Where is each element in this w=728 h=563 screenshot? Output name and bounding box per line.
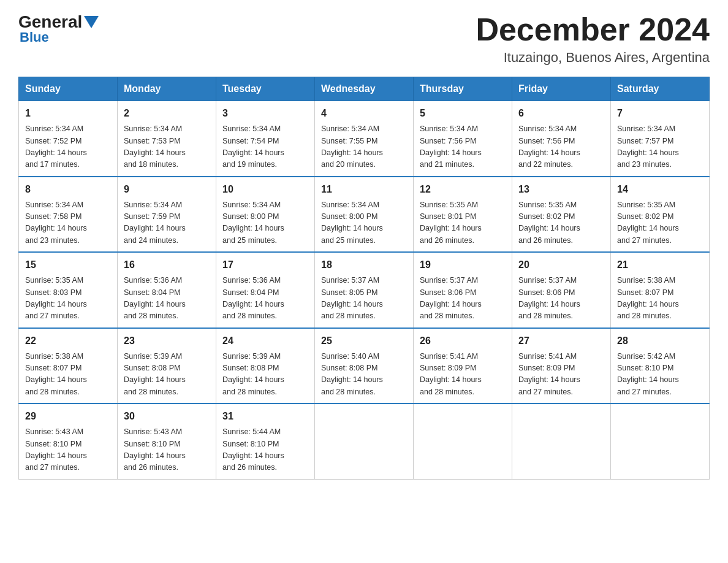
day-info: Sunrise: 5:38 AMSunset: 8:07 PMDaylight:… (617, 275, 703, 323)
day-number: 2 (124, 106, 210, 121)
day-number: 25 (321, 334, 407, 348)
day-number: 24 (222, 334, 308, 348)
day-number: 5 (420, 106, 506, 121)
day-number: 14 (617, 182, 703, 197)
title-area: December 2024 Ituzaingo, Buenos Aires, A… (476, 12, 710, 66)
day-number: 8 (25, 182, 111, 197)
header-sunday: Sunday (19, 77, 118, 101)
table-row: 5Sunrise: 5:34 AMSunset: 7:56 PMDaylight… (414, 101, 512, 177)
day-info: Sunrise: 5:37 AMSunset: 8:06 PMDaylight:… (518, 275, 604, 323)
day-number: 17 (222, 258, 308, 272)
header-tuesday: Tuesday (216, 77, 315, 101)
table-row: 24Sunrise: 5:39 AMSunset: 8:08 PMDayligh… (216, 328, 315, 404)
day-info: Sunrise: 5:35 AMSunset: 8:02 PMDaylight:… (518, 199, 604, 247)
calendar-week-row: 22Sunrise: 5:38 AMSunset: 8:07 PMDayligh… (19, 328, 710, 404)
day-number: 10 (222, 182, 308, 197)
day-info: Sunrise: 5:36 AMSunset: 8:04 PMDaylight:… (222, 275, 308, 323)
header-saturday: Saturday (611, 77, 710, 101)
day-number: 9 (124, 182, 210, 197)
day-number: 16 (124, 258, 210, 272)
day-number: 12 (420, 182, 506, 197)
logo-triangle-icon (84, 16, 99, 28)
table-row (512, 404, 611, 479)
header-monday: Monday (118, 77, 216, 101)
table-row: 18Sunrise: 5:37 AMSunset: 8:05 PMDayligh… (315, 252, 414, 328)
header-thursday: Thursday (414, 77, 512, 101)
table-row: 25Sunrise: 5:40 AMSunset: 8:08 PMDayligh… (315, 328, 414, 404)
day-info: Sunrise: 5:43 AMSunset: 8:10 PMDaylight:… (124, 426, 210, 474)
day-info: Sunrise: 5:35 AMSunset: 8:02 PMDaylight:… (617, 199, 703, 247)
day-number: 6 (518, 106, 604, 121)
table-row: 10Sunrise: 5:34 AMSunset: 8:00 PMDayligh… (216, 177, 315, 253)
day-info: Sunrise: 5:40 AMSunset: 8:08 PMDaylight:… (321, 351, 407, 399)
day-number: 13 (518, 182, 604, 197)
calendar-table: Sunday Monday Tuesday Wednesday Thursday… (18, 77, 710, 480)
table-row (414, 404, 512, 479)
day-number: 26 (420, 334, 506, 348)
table-row: 19Sunrise: 5:37 AMSunset: 8:06 PMDayligh… (414, 252, 512, 328)
calendar-week-row: 1Sunrise: 5:34 AMSunset: 7:52 PMDaylight… (19, 101, 710, 177)
table-row: 13Sunrise: 5:35 AMSunset: 8:02 PMDayligh… (512, 177, 611, 253)
table-row: 16Sunrise: 5:36 AMSunset: 8:04 PMDayligh… (118, 252, 216, 328)
table-row: 29Sunrise: 5:43 AMSunset: 8:10 PMDayligh… (19, 404, 118, 479)
day-info: Sunrise: 5:41 AMSunset: 8:09 PMDaylight:… (420, 351, 506, 399)
table-row: 9Sunrise: 5:34 AMSunset: 7:59 PMDaylight… (118, 177, 216, 253)
table-row: 21Sunrise: 5:38 AMSunset: 8:07 PMDayligh… (611, 252, 710, 328)
day-number: 7 (617, 106, 703, 121)
day-number: 19 (420, 258, 506, 272)
table-row: 28Sunrise: 5:42 AMSunset: 8:10 PMDayligh… (611, 328, 710, 404)
day-number: 23 (124, 334, 210, 348)
day-info: Sunrise: 5:39 AMSunset: 8:08 PMDaylight:… (124, 351, 210, 399)
calendar-week-row: 29Sunrise: 5:43 AMSunset: 8:10 PMDayligh… (19, 404, 710, 479)
day-info: Sunrise: 5:34 AMSunset: 8:00 PMDaylight:… (222, 199, 308, 247)
day-number: 29 (25, 409, 111, 424)
day-info: Sunrise: 5:43 AMSunset: 8:10 PMDaylight:… (25, 426, 111, 474)
day-info: Sunrise: 5:34 AMSunset: 7:58 PMDaylight:… (25, 199, 111, 247)
page-header: General Blue December 2024 Ituzaingo, Bu… (18, 12, 710, 66)
day-number: 3 (222, 106, 308, 121)
table-row: 8Sunrise: 5:34 AMSunset: 7:58 PMDaylight… (19, 177, 118, 253)
day-info: Sunrise: 5:34 AMSunset: 7:56 PMDaylight:… (518, 123, 604, 171)
table-row: 2Sunrise: 5:34 AMSunset: 7:53 PMDaylight… (118, 101, 216, 177)
day-number: 20 (518, 258, 604, 272)
table-row: 30Sunrise: 5:43 AMSunset: 8:10 PMDayligh… (118, 404, 216, 479)
logo: General Blue (18, 12, 100, 45)
day-info: Sunrise: 5:34 AMSunset: 7:55 PMDaylight:… (321, 123, 407, 171)
table-row: 17Sunrise: 5:36 AMSunset: 8:04 PMDayligh… (216, 252, 315, 328)
day-info: Sunrise: 5:34 AMSunset: 7:59 PMDaylight:… (124, 199, 210, 247)
day-number: 21 (617, 258, 703, 272)
day-info: Sunrise: 5:34 AMSunset: 7:57 PMDaylight:… (617, 123, 703, 171)
table-row: 26Sunrise: 5:41 AMSunset: 8:09 PMDayligh… (414, 328, 512, 404)
day-number: 18 (321, 258, 407, 272)
table-row: 31Sunrise: 5:44 AMSunset: 8:10 PMDayligh… (216, 404, 315, 479)
day-info: Sunrise: 5:42 AMSunset: 8:10 PMDaylight:… (617, 351, 703, 399)
table-row: 12Sunrise: 5:35 AMSunset: 8:01 PMDayligh… (414, 177, 512, 253)
day-info: Sunrise: 5:35 AMSunset: 8:01 PMDaylight:… (420, 199, 506, 247)
header-wednesday: Wednesday (315, 77, 414, 101)
day-info: Sunrise: 5:34 AMSunset: 7:53 PMDaylight:… (124, 123, 210, 171)
day-info: Sunrise: 5:37 AMSunset: 8:05 PMDaylight:… (321, 275, 407, 323)
day-info: Sunrise: 5:35 AMSunset: 8:03 PMDaylight:… (25, 275, 111, 323)
day-number: 11 (321, 182, 407, 197)
table-row: 14Sunrise: 5:35 AMSunset: 8:02 PMDayligh… (611, 177, 710, 253)
day-number: 28 (617, 334, 703, 348)
calendar-week-row: 15Sunrise: 5:35 AMSunset: 8:03 PMDayligh… (19, 252, 710, 328)
table-row: 23Sunrise: 5:39 AMSunset: 8:08 PMDayligh… (118, 328, 216, 404)
day-info: Sunrise: 5:38 AMSunset: 8:07 PMDaylight:… (25, 351, 111, 399)
day-number: 30 (124, 409, 210, 424)
table-row: 7Sunrise: 5:34 AMSunset: 7:57 PMDaylight… (611, 101, 710, 177)
table-row: 11Sunrise: 5:34 AMSunset: 8:00 PMDayligh… (315, 177, 414, 253)
calendar-week-row: 8Sunrise: 5:34 AMSunset: 7:58 PMDaylight… (19, 177, 710, 253)
logo-blue: Blue (18, 29, 49, 45)
table-row: 27Sunrise: 5:41 AMSunset: 8:09 PMDayligh… (512, 328, 611, 404)
table-row: 20Sunrise: 5:37 AMSunset: 8:06 PMDayligh… (512, 252, 611, 328)
day-info: Sunrise: 5:34 AMSunset: 7:54 PMDaylight:… (222, 123, 308, 171)
day-info: Sunrise: 5:34 AMSunset: 7:52 PMDaylight:… (25, 123, 111, 171)
table-row (315, 404, 414, 479)
day-info: Sunrise: 5:39 AMSunset: 8:08 PMDaylight:… (222, 351, 308, 399)
table-row: 3Sunrise: 5:34 AMSunset: 7:54 PMDaylight… (216, 101, 315, 177)
table-row: 1Sunrise: 5:34 AMSunset: 7:52 PMDaylight… (19, 101, 118, 177)
table-row: 22Sunrise: 5:38 AMSunset: 8:07 PMDayligh… (19, 328, 118, 404)
table-row: 4Sunrise: 5:34 AMSunset: 7:55 PMDaylight… (315, 101, 414, 177)
day-info: Sunrise: 5:36 AMSunset: 8:04 PMDaylight:… (124, 275, 210, 323)
